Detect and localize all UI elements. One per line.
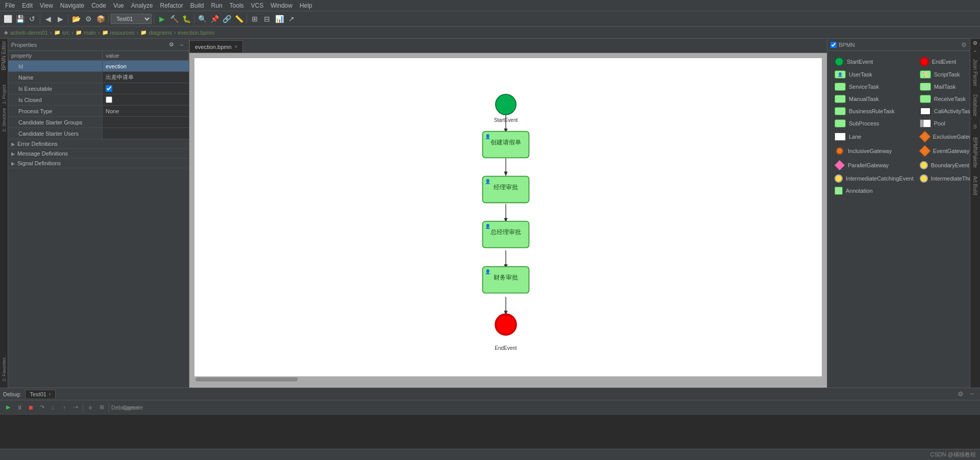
toolbar-new-btn[interactable]: ⬜ xyxy=(2,13,13,24)
palette-item-im-throw[interactable]: IntermediateThrowingEvent xyxy=(917,172,970,185)
prop-value-executable[interactable] xyxy=(103,83,189,94)
menu-build[interactable]: Build xyxy=(187,1,207,10)
prop-value-candidate-users[interactable] xyxy=(103,128,189,139)
closed-checkbox[interactable] xyxy=(106,96,112,103)
canvas-scrollbar[interactable] xyxy=(194,376,822,382)
evection-tab[interactable]: evection.bpmn × xyxy=(189,40,243,53)
debug-step-out-btn[interactable]: ↑ xyxy=(59,402,69,413)
right-minimize-btn[interactable]: − xyxy=(971,47,979,55)
right-tab-database[interactable]: Database xyxy=(971,90,979,120)
debug-step-over-btn[interactable]: ↷ xyxy=(37,402,47,413)
menu-edit[interactable]: Edit xyxy=(19,1,36,10)
menu-run[interactable]: Run xyxy=(208,1,226,10)
palette-item-mail-task[interactable]: ✉ MailTask xyxy=(917,81,970,93)
menu-tools[interactable]: Tools xyxy=(227,1,247,10)
prop-row-closed[interactable]: Is Closed xyxy=(8,94,189,106)
palette-item-brt[interactable]: BusinessRuleTask xyxy=(831,105,917,117)
debug-pause-btn[interactable]: ⏸ xyxy=(14,402,24,413)
console-tab-close[interactable]: + xyxy=(134,404,139,411)
menu-code[interactable]: Code xyxy=(88,1,109,10)
toolbar-package-btn[interactable]: 📦 xyxy=(95,13,106,24)
toolbar-run-btn[interactable]: ▶ xyxy=(156,13,167,24)
breadcrumb-resources[interactable]: resources xyxy=(110,30,135,36)
prop-row-process-type[interactable]: Process Type None xyxy=(8,106,189,117)
prop-value-closed[interactable] xyxy=(103,94,189,105)
palette-checkbox[interactable] xyxy=(830,42,837,48)
toolbar-ruler-btn[interactable]: 📏 xyxy=(233,13,244,24)
palette-item-boundary[interactable]: BoundaryEvent xyxy=(917,158,970,172)
toolbar-share-btn[interactable]: ↗ xyxy=(286,13,297,24)
toolbar-save-btn[interactable]: 💾 xyxy=(14,13,26,24)
breadcrumb-file[interactable]: evection.bpmn xyxy=(178,30,214,36)
prop-group-signal[interactable]: ▶ Signal Definitions xyxy=(8,159,189,168)
palette-item-lane[interactable]: Lane xyxy=(831,130,917,144)
debug-tab-close[interactable]: × xyxy=(48,392,51,397)
palette-item-manual-task[interactable]: ManualTask xyxy=(831,93,917,105)
palette-item-user-task[interactable]: 👤 UserTask xyxy=(831,68,917,81)
executable-checkbox[interactable] xyxy=(106,85,112,92)
debug-threads-btn[interactable]: ⊞ xyxy=(96,402,107,413)
prop-row-executable[interactable]: Is Executable xyxy=(8,83,189,94)
prop-row-candidate-groups[interactable]: Candidate Starter Groups xyxy=(8,117,189,128)
debug-settings-icon[interactable]: ⚙ xyxy=(955,389,966,399)
menu-analyze[interactable]: Analyze xyxy=(128,1,156,10)
toolbar-chart-btn[interactable]: 📊 xyxy=(274,13,285,24)
toolbar-grid1-btn[interactable]: ⊞ xyxy=(249,13,260,24)
menu-window[interactable]: Window xyxy=(267,1,296,10)
prop-value-candidate-groups[interactable] xyxy=(103,117,189,127)
palette-item-start-event[interactable]: StartEvent xyxy=(831,55,917,68)
breadcrumb-project[interactable]: activiti-demo01 xyxy=(10,30,48,36)
diagram-canvas[interactable]: 👤 创建请假单 👤 经理审批 👤 总经理审批 👤 财务审批 xyxy=(189,53,827,388)
menu-view[interactable]: View xyxy=(37,1,56,10)
toolbar-search-btn[interactable]: 🔍 xyxy=(197,13,208,24)
toolbar-pin-btn[interactable]: 📌 xyxy=(209,13,220,24)
palette-item-script-task[interactable]: 📜 ScriptTask xyxy=(917,68,970,81)
debugger-tab[interactable]: Debugger xyxy=(111,402,121,413)
scroll-thumb[interactable] xyxy=(195,377,298,381)
palette-item-service-task[interactable]: ServiceTask xyxy=(831,81,917,93)
prop-value-name[interactable]: 出差申请单 xyxy=(103,72,189,83)
palette-item-para-gw[interactable]: ParallelGateway xyxy=(831,158,917,172)
console-tab[interactable]: Console xyxy=(122,402,133,413)
toolbar-link-btn[interactable]: 🔗 xyxy=(221,13,232,24)
toolbar-fwd-btn[interactable]: ▶ xyxy=(55,13,66,24)
breadcrumb-src[interactable]: src xyxy=(62,30,70,36)
toolbar-grid2-btn[interactable]: ⊟ xyxy=(261,13,273,24)
toolbar-sync-btn[interactable]: ↺ xyxy=(27,13,38,24)
breadcrumb-main[interactable]: main xyxy=(84,30,96,36)
prop-value-id[interactable]: evection xyxy=(103,61,189,71)
debug-minimize-icon[interactable]: − xyxy=(967,389,977,399)
right-settings-btn[interactable]: ⚙ xyxy=(971,39,979,47)
debug-stop-btn[interactable]: ⏹ xyxy=(26,402,36,413)
debug-run-to-cursor-btn[interactable]: ⇢ xyxy=(70,402,81,413)
bpmn-diagram[interactable]: 👤 创建请假单 👤 经理审批 👤 总经理审批 👤 财务审批 xyxy=(194,58,822,382)
right-tab-bpmn-palette[interactable]: BPMNPalette xyxy=(971,133,979,172)
right-tab-art-build[interactable]: Art Build xyxy=(971,172,979,199)
debug-evaluate-btn[interactable]: ≡ xyxy=(85,402,95,413)
toolbar-config-dropdown[interactable]: Test01 xyxy=(111,14,152,24)
debug-step-into-btn[interactable]: ↓ xyxy=(48,402,58,413)
toolbar-settings-btn[interactable]: ⚙ xyxy=(83,13,94,24)
palette-item-event-gw[interactable]: EventGateway xyxy=(917,144,970,158)
palette-settings-btn[interactable]: ⚙ xyxy=(961,41,967,48)
palette-item-call-activity[interactable]: CallActivityTask xyxy=(917,105,970,117)
prop-row-id[interactable]: Id evection xyxy=(8,61,189,72)
menu-refactor[interactable]: Refactor xyxy=(157,1,186,10)
prop-group-message[interactable]: ▶ Message Definitions xyxy=(8,149,189,159)
menu-file[interactable]: File xyxy=(2,1,18,10)
prop-row-name[interactable]: Name 出差申请单 xyxy=(8,72,189,83)
menu-navigate[interactable]: Navigate xyxy=(57,1,87,10)
toolbar-back-btn[interactable]: ◀ xyxy=(42,13,54,24)
right-tab-m[interactable]: m xyxy=(971,120,979,133)
palette-item-pool[interactable]: Pool xyxy=(917,117,970,130)
menu-vue[interactable]: Vue xyxy=(110,1,127,10)
breadcrumb-diagrams[interactable]: diagrams xyxy=(149,30,172,36)
palette-item-end-event[interactable]: EndEvent xyxy=(917,55,970,68)
prop-row-candidate-users[interactable]: Candidate Starter Users xyxy=(8,128,189,139)
menu-vcs[interactable]: VCS xyxy=(248,1,267,10)
toolbar-debug-btn[interactable]: 🐛 xyxy=(181,13,192,24)
palette-item-incl-gw[interactable]: InclusiveGateway xyxy=(831,144,917,158)
palette-item-subprocess[interactable]: SubProcess xyxy=(831,117,917,130)
toolbar-build-btn[interactable]: 🔨 xyxy=(168,13,180,24)
menu-help[interactable]: Help xyxy=(297,1,315,10)
